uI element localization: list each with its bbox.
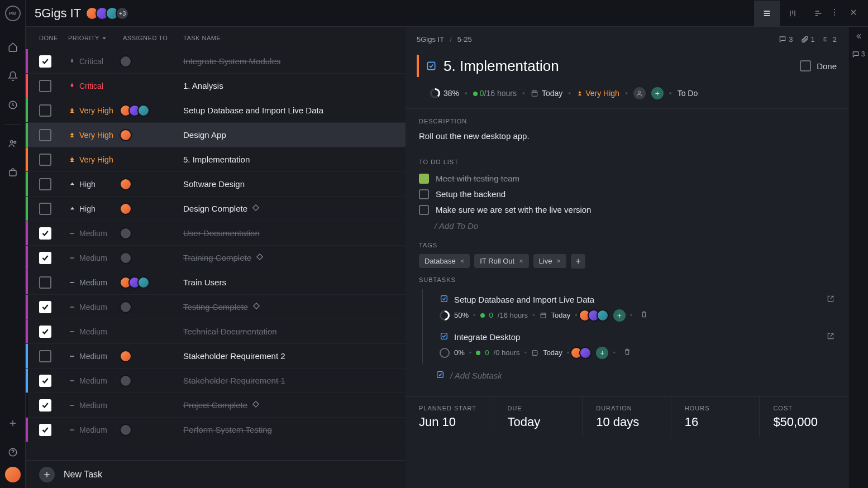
tag[interactable]: Live × bbox=[533, 254, 566, 268]
add-assignee-button[interactable]: + bbox=[613, 309, 626, 322]
priority-cell[interactable]: Very High bbox=[68, 106, 123, 115]
task-row[interactable]: Medium Project Complete bbox=[26, 393, 406, 418]
assignee-avatar[interactable] bbox=[120, 350, 132, 362]
task-name[interactable]: Stakeholder Requirement 1 bbox=[183, 376, 406, 385]
priority-cell[interactable]: Medium bbox=[68, 253, 123, 262]
open-subtask-icon[interactable] bbox=[827, 332, 834, 342]
priority-cell[interactable]: Critical bbox=[68, 82, 123, 90]
done-checkbox[interactable] bbox=[39, 375, 51, 387]
task-name[interactable]: 5. Implementation bbox=[183, 155, 406, 164]
task-name[interactable]: Software Design bbox=[183, 179, 406, 189]
assignee-avatar[interactable] bbox=[137, 104, 150, 117]
stat-cost[interactable]: COST $50,000 bbox=[760, 397, 848, 437]
assignee-avatar[interactable] bbox=[579, 347, 592, 359]
done-checkbox[interactable] bbox=[39, 104, 51, 117]
done-checkbox[interactable] bbox=[39, 203, 51, 215]
assignee-avatar[interactable] bbox=[120, 203, 132, 215]
assigned-cell[interactable] bbox=[123, 424, 183, 436]
task-row[interactable]: Medium User Documentation bbox=[26, 221, 406, 246]
task-row[interactable]: Very High 5. Implementation bbox=[26, 147, 406, 172]
assigned-cell[interactable] bbox=[123, 55, 183, 68]
breadcrumb-project[interactable]: 5Gigs IT bbox=[417, 35, 444, 44]
priority-cell[interactable]: Very High bbox=[68, 131, 123, 140]
priority-badge[interactable]: Very High bbox=[576, 89, 619, 98]
assigned-cell[interactable] bbox=[123, 350, 183, 362]
assigned-cell[interactable] bbox=[123, 227, 183, 240]
team-icon[interactable] bbox=[6, 137, 20, 150]
remove-tag-icon[interactable]: × bbox=[519, 257, 523, 265]
done-checkbox[interactable] bbox=[39, 326, 51, 338]
priority-cell[interactable]: Medium bbox=[68, 376, 123, 385]
priority-cell[interactable]: Very High bbox=[68, 155, 123, 164]
done-toggle[interactable]: Done bbox=[800, 60, 837, 71]
tag[interactable]: Database × bbox=[419, 254, 470, 268]
task-row[interactable]: Medium Perform System Testing bbox=[26, 418, 406, 442]
assignee-avatar[interactable] bbox=[120, 301, 132, 313]
assigned-cell[interactable] bbox=[123, 252, 183, 264]
subtask-item[interactable]: Setup Database and Import Live Data 50% … bbox=[422, 289, 834, 326]
done-checkbox[interactable] bbox=[39, 424, 51, 436]
task-row[interactable]: Medium Training Complete bbox=[26, 246, 406, 270]
task-row[interactable]: Medium Technical Documentation bbox=[26, 319, 406, 344]
app-logo[interactable]: PM bbox=[5, 6, 21, 21]
status[interactable]: To Do bbox=[678, 89, 698, 98]
todo-item[interactable]: Make sure we are set with the live versi… bbox=[419, 202, 834, 218]
assignee-avatar[interactable] bbox=[120, 227, 132, 240]
add-icon[interactable] bbox=[6, 417, 20, 430]
tag[interactable]: IT Roll Out × bbox=[474, 254, 528, 268]
done-checkbox[interactable] bbox=[39, 129, 51, 141]
task-name[interactable]: Integrate System Modules bbox=[183, 56, 406, 66]
assignee-avatar[interactable] bbox=[120, 424, 132, 436]
priority-cell[interactable]: Critical bbox=[68, 57, 123, 66]
assignee-avatar[interactable] bbox=[597, 309, 609, 322]
task-row[interactable]: Medium Stakeholder Requirement 1 bbox=[26, 369, 406, 393]
assigned-cell[interactable] bbox=[123, 203, 183, 215]
board-view-button[interactable] bbox=[780, 1, 805, 26]
task-row[interactable]: Medium Stakeholder Requirement 2 bbox=[26, 344, 406, 369]
remove-tag-icon[interactable]: × bbox=[557, 257, 561, 265]
task-name[interactable]: Stakeholder Requirement 2 bbox=[183, 351, 406, 361]
priority-cell[interactable]: Medium bbox=[68, 229, 123, 238]
help-icon[interactable] bbox=[6, 446, 20, 459]
priority-cell[interactable]: Medium bbox=[68, 425, 123, 434]
done-checkbox[interactable] bbox=[39, 252, 51, 264]
task-name[interactable]: Perform System Testing bbox=[183, 425, 406, 434]
assignee-avatar[interactable] bbox=[120, 55, 132, 68]
done-checkbox[interactable] bbox=[39, 178, 51, 190]
task-row[interactable]: Medium Train Users bbox=[26, 270, 406, 295]
task-row[interactable]: Very High Setup Database and Import Live… bbox=[26, 98, 406, 123]
priority-cell[interactable]: High bbox=[68, 204, 123, 213]
task-name[interactable]: User Documentation bbox=[183, 228, 406, 238]
open-subtask-icon[interactable] bbox=[827, 295, 834, 304]
add-subtask-input[interactable]: / Add Subtask bbox=[419, 363, 834, 385]
notifications-icon[interactable] bbox=[6, 69, 20, 83]
assigned-cell[interactable] bbox=[123, 129, 183, 141]
done-checkbox[interactable] bbox=[39, 276, 51, 289]
task-row[interactable]: High Design Complete bbox=[26, 197, 406, 221]
col-assigned[interactable]: ASSIGNED TO bbox=[123, 35, 183, 41]
assignee-placeholder[interactable] bbox=[633, 87, 646, 99]
task-name[interactable]: Testing Complete bbox=[183, 302, 406, 312]
done-checkbox[interactable] bbox=[39, 55, 51, 68]
add-assignee-button[interactable]: + bbox=[596, 347, 608, 359]
done-checkbox[interactable] bbox=[39, 399, 51, 412]
task-name[interactable]: Training Complete bbox=[183, 253, 406, 262]
priority-cell[interactable]: Medium bbox=[68, 303, 123, 312]
add-assignee-button[interactable]: + bbox=[651, 87, 664, 99]
assigned-cell[interactable] bbox=[123, 276, 183, 289]
more-menu-icon[interactable] bbox=[830, 8, 839, 19]
breadcrumb-range[interactable]: 5-25 bbox=[457, 35, 472, 44]
done-checkbox[interactable] bbox=[39, 80, 51, 92]
task-name[interactable]: Project Complete bbox=[183, 400, 406, 410]
assigned-cell[interactable] bbox=[123, 375, 183, 387]
close-icon[interactable] bbox=[849, 8, 858, 19]
subtask-item[interactable]: Integrate Desktop 0% • 0/0 hours • Today… bbox=[422, 326, 834, 363]
attachments-count[interactable]: 1 bbox=[801, 35, 815, 44]
delete-subtask-icon[interactable] bbox=[640, 310, 648, 320]
progress[interactable]: 38% bbox=[430, 88, 459, 98]
priority-cell[interactable]: High bbox=[68, 180, 123, 189]
home-icon[interactable] bbox=[6, 40, 20, 54]
priority-cell[interactable]: Medium bbox=[68, 327, 123, 336]
assignee-avatar[interactable] bbox=[120, 375, 132, 387]
assignee-avatar[interactable] bbox=[120, 129, 132, 141]
